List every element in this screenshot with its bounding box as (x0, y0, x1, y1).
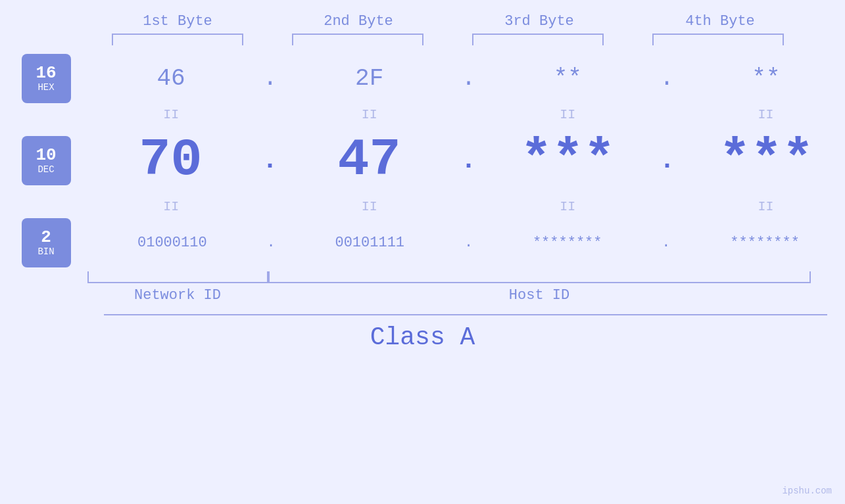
eq1-3: II (502, 107, 633, 122)
class-label: Class A (370, 323, 475, 352)
bin-dot3: . (662, 235, 670, 251)
class-divider (104, 314, 827, 315)
host-bracket (268, 271, 811, 283)
eq2-3: II (502, 199, 633, 214)
hex-val4: ** (700, 65, 832, 92)
hex-dot2: . (462, 65, 476, 92)
bin-val4: ******** (699, 235, 831, 251)
bin-dot2: . (464, 235, 473, 251)
dec-dot2: . (460, 146, 476, 175)
dec-val4: *** (700, 134, 832, 187)
bracket-4 (652, 34, 784, 45)
dec-val1: 70 (105, 134, 236, 187)
hex-val1: 46 (105, 65, 237, 92)
byte3-header: 3rd Byte (449, 13, 630, 30)
bin-val2: 00101111 (304, 235, 435, 251)
eq2-2: II (304, 199, 435, 214)
dec-val3: *** (502, 134, 633, 187)
main-container: 1st Byte 2nd Byte 3rd Byte 4th Byte 16 H… (0, 0, 845, 504)
byte4-header: 4th Byte (630, 13, 811, 30)
bin-val1: 01000110 (107, 235, 238, 251)
bracket-3 (472, 34, 604, 45)
network-id-label: Network ID (87, 287, 268, 304)
eq1-4: II (700, 107, 832, 122)
eq1-1: II (105, 107, 237, 122)
bin-dot1: . (266, 235, 275, 251)
hex-val2: 2F (304, 65, 435, 92)
byte1-header: 1st Byte (87, 13, 268, 30)
network-bracket (87, 271, 268, 283)
bracket-1 (112, 34, 243, 45)
byte2-header: 2nd Byte (268, 13, 449, 30)
eq2-4: II (700, 199, 832, 214)
dec-badge: 10 DEC (22, 136, 71, 185)
watermark: ipshu.com (782, 486, 832, 496)
eq2-1: II (105, 199, 237, 214)
hex-dot3: . (660, 65, 674, 92)
hex-val3: ** (502, 65, 633, 92)
eq1-2: II (304, 107, 435, 122)
host-id-label: Host ID (268, 287, 811, 304)
hex-badge: 16 HEX (22, 54, 71, 103)
bin-val3: ******** (502, 235, 633, 251)
bracket-2 (292, 34, 423, 45)
bin-badge: 2 BIN (22, 218, 71, 267)
dec-val2: 47 (303, 134, 435, 187)
hex-dot1: . (263, 65, 278, 92)
dec-dot1: . (262, 146, 278, 175)
dec-dot3: . (659, 146, 675, 175)
